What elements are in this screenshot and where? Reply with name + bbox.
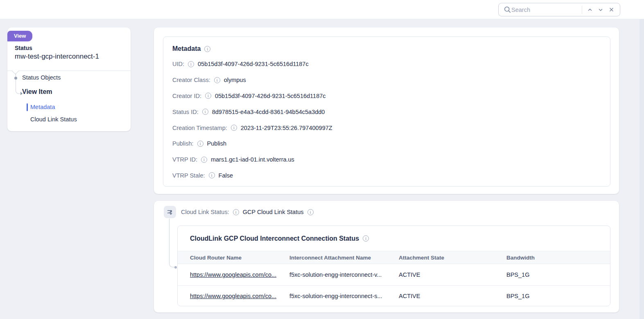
sidebar-item-view-item[interactable]: View Item [22, 88, 52, 96]
table-row: https://www.googleapis.com/co... f5xc-so… [178, 285, 610, 307]
bandwidth-cell: BPS_1G [506, 293, 610, 299]
interconnect-attachment-name-cell: f5xc-solution-engg-interconnect-s... [289, 293, 399, 299]
tree-bullet-icon [14, 77, 17, 80]
field-row-publish: Publish: Publish [172, 136, 601, 152]
info-icon[interactable] [231, 125, 237, 131]
cloud-link-status-panel: Cloud Link Status: GCP Cloud Link Status… [154, 201, 619, 312]
field-label: Creator Class: [172, 77, 210, 83]
object-kind-label: Status [15, 45, 32, 51]
cloud-link-status-label: Cloud Link Status: [181, 209, 229, 215]
field-label: VTRP Stale: [172, 172, 205, 179]
field-value: False [219, 172, 233, 179]
field-row-creator-id: Creator ID: 05b15d3f-4097-426d-9231-5c65… [172, 88, 601, 104]
info-icon[interactable] [205, 93, 211, 99]
scrollbar-track[interactable] [639, 19, 644, 319]
field-label: Status ID: [172, 109, 199, 115]
search-divider [582, 6, 582, 14]
cloud-link-status-value: GCP Cloud Link Status [243, 209, 304, 215]
metadata-panel: Metadata UID: 05b15d3f-4097-426d-9231-5c… [154, 27, 619, 194]
selected-item-indicator [27, 103, 28, 111]
field-value: mars1.gc1-iad-01.int.volterra.us [211, 156, 294, 163]
table-header-row: Cloud Router Name Interconnect Attachmen… [178, 251, 610, 264]
chevron-down-icon[interactable] [595, 5, 606, 15]
table-title: CloudLink GCP Cloud Interconnect Connect… [190, 235, 359, 242]
branch-icon[interactable] [164, 206, 176, 218]
interconnect-attachment-name-cell: f5xc-solution-engg-interconnect-v... [289, 271, 399, 278]
object-title: mw-test-gcp-interconnect-1 [15, 52, 99, 61]
view-badge: View [7, 31, 32, 41]
field-value: 8d978515-e4a3-4cdd-8361-94b54c5a3dd0 [212, 109, 325, 115]
field-value: 05b15d3f-4097-426d-9231-5c6516d1187c [215, 93, 326, 99]
metadata-card-title: Metadata [172, 45, 201, 52]
field-label: VTRP ID: [172, 156, 197, 163]
column-header-cloud-router-name: Cloud Router Name [190, 255, 289, 261]
field-value: olympus [224, 77, 246, 83]
close-icon[interactable] [606, 5, 617, 15]
field-row-uid: UID: 05b15d3f-4097-426d-9231-5c6516d1187… [172, 56, 601, 72]
field-value: 05b15d3f-4097-426d-9231-5c6516d1187c [198, 61, 309, 67]
field-row-creation-timestamp: Creation Timestamp: 2023-11-29T23:55:26.… [172, 120, 601, 136]
top-bar [0, 0, 644, 19]
field-label: Creation Timestamp: [172, 125, 227, 131]
sidebar-item-status-objects[interactable]: Status Objects [22, 74, 61, 81]
search-box[interactable] [498, 3, 620, 16]
tree-connector-dot [174, 266, 177, 269]
field-row-vtrp-stale: VTRP Stale: False [172, 168, 601, 184]
info-icon[interactable] [188, 61, 194, 67]
cloud-router-link[interactable]: https://www.googleapis.com/co... [190, 293, 276, 299]
search-icon [503, 5, 511, 15]
attachment-state-cell: ACTIVE [399, 271, 506, 278]
info-icon[interactable] [201, 157, 207, 163]
info-icon[interactable] [202, 109, 208, 115]
column-header-bandwidth: Bandwidth [506, 255, 610, 261]
field-row-creator-class: Creator Class: olympus [172, 72, 601, 88]
column-header-interconnect-attachment-name: Interconnect Attachment Name [289, 255, 399, 261]
info-icon[interactable] [197, 141, 203, 147]
field-value: Publish [207, 140, 227, 147]
sidebar-divider [7, 71, 131, 71]
metadata-card: Metadata UID: 05b15d3f-4097-426d-9231-5c… [163, 36, 610, 187]
chevron-up-icon[interactable] [585, 5, 595, 15]
info-icon[interactable] [204, 46, 210, 52]
field-label: UID: [172, 61, 184, 67]
table-row: https://www.googleapis.com/co... f5xc-so… [178, 264, 610, 285]
field-label: Publish: [172, 140, 194, 147]
info-icon[interactable] [209, 172, 215, 178]
info-icon[interactable] [214, 77, 220, 83]
tree-connector-line [169, 219, 174, 267]
sidebar-item-metadata[interactable]: Metadata [30, 104, 55, 110]
info-icon[interactable] [233, 209, 239, 215]
field-label: Creator ID: [172, 93, 201, 99]
sidebar-item-cloud-link-status[interactable]: Cloud Link Status [30, 116, 77, 123]
field-value: 2023-11-29T23:55:26.797400997Z [241, 125, 332, 131]
info-icon[interactable] [363, 235, 369, 242]
column-header-attachment-state: Attachment State [399, 255, 506, 261]
status-summary-card: View Status mw-test-gcp-interconnect-1 S… [7, 27, 131, 131]
search-input[interactable] [511, 7, 581, 13]
attachment-state-cell: ACTIVE [399, 293, 506, 299]
field-row-status-id: Status ID: 8d978515-e4a3-4cdd-8361-94b54… [172, 104, 601, 120]
info-icon[interactable] [307, 209, 314, 215]
field-row-vtrp-id: VTRP ID: mars1.gc1-iad-01.int.volterra.u… [172, 152, 601, 168]
bandwidth-cell: BPS_1G [506, 271, 610, 278]
cloud-router-link[interactable]: https://www.googleapis.com/co... [190, 271, 276, 278]
interconnect-status-table-card: CloudLink GCP Cloud Interconnect Connect… [177, 226, 610, 306]
